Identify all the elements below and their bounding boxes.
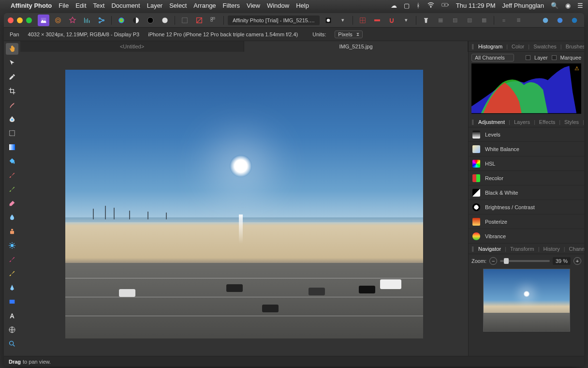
tool-blur[interactable] <box>6 212 18 223</box>
tool-inpainting[interactable] <box>6 254 18 265</box>
adjustment-hsl[interactable]: HSL <box>469 156 584 171</box>
dropdown-arrow-2-icon[interactable]: ▾ <box>400 15 412 26</box>
menu-help[interactable]: Help <box>296 2 309 9</box>
adjustment-levels[interactable]: Levels <box>469 127 584 142</box>
zoom-value[interactable]: 39 % <box>553 257 571 265</box>
window-close-button[interactable] <box>8 17 14 23</box>
menu-select[interactable]: Select <box>169 2 187 9</box>
tool-gradient[interactable] <box>6 141 18 153</box>
hue-wheel-icon[interactable] <box>145 15 156 26</box>
tool-text[interactable] <box>6 310 18 322</box>
tool-crop[interactable] <box>6 85 18 97</box>
quick-mask-icon[interactable] <box>193 15 205 26</box>
help-icon-toolbar[interactable] <box>569 15 580 26</box>
menu-document[interactable]: Document <box>111 2 140 9</box>
assistant-icon[interactable] <box>540 15 551 26</box>
menu-arrange[interactable]: Arrange <box>193 2 216 9</box>
snapping-icon[interactable] <box>386 15 397 26</box>
persona-develop-icon[interactable] <box>67 15 78 26</box>
tool-move[interactable] <box>6 57 18 69</box>
histogram-channel-select[interactable]: All Channels <box>471 54 514 61</box>
tool-erase[interactable] <box>6 198 18 209</box>
bluetooth-icon[interactable]: ᚼ <box>416 2 420 9</box>
tool-color-picker[interactable] <box>6 71 18 83</box>
align-left-icon[interactable]: ≡ <box>498 15 510 26</box>
document-tab-untitled[interactable]: <Untitled> <box>20 41 244 52</box>
tab-histogram[interactable]: Histogram <box>478 44 502 49</box>
menubar-clock[interactable]: Thu 11:29 PM <box>456 2 496 9</box>
tab-brushes[interactable]: Brushes <box>566 44 584 49</box>
histogram-marquee-checkbox[interactable] <box>552 55 557 60</box>
app-name[interactable]: Affinity Photo <box>11 2 52 9</box>
control-center-icon[interactable]: ☰ <box>577 2 583 9</box>
tab-transform[interactable]: Transform <box>510 246 534 252</box>
split-circle-icon[interactable] <box>130 15 142 26</box>
handle-icon[interactable]: ‖ <box>471 245 474 252</box>
tab-adjustment[interactable]: Adjustment <box>478 119 505 125</box>
adjustment-vibrance[interactable]: Vibrance <box>469 229 584 244</box>
arrange-back-icon[interactable]: ▦ <box>435 15 446 26</box>
canvas[interactable] <box>20 52 468 356</box>
menu-view[interactable]: View <box>247 2 260 9</box>
siri-icon[interactable]: ◉ <box>565 2 571 9</box>
tool-mesh-warp[interactable] <box>6 324 18 336</box>
tab-swatches[interactable]: Swatches <box>533 44 557 49</box>
align-center-icon[interactable]: ≣ <box>513 15 524 26</box>
trash-icon[interactable] <box>420 15 432 26</box>
tool-sponge[interactable] <box>6 268 18 279</box>
selection-tool-icon[interactable] <box>179 15 191 26</box>
refine-icon[interactable] <box>208 15 220 26</box>
adjustment-recolor[interactable]: Recolor <box>469 171 584 185</box>
account-icon[interactable] <box>554 15 566 26</box>
adjustment-brightness-contrast[interactable]: Brightness / Contrast <box>469 200 584 215</box>
arrange-backward-icon[interactable]: ▨ <box>449 15 461 26</box>
tab-styles[interactable]: Styles <box>564 119 579 125</box>
grid-toggle-icon[interactable] <box>357 15 368 26</box>
window-minimize-button[interactable] <box>17 17 23 23</box>
tab-layers[interactable]: Layers <box>514 119 530 125</box>
tab-channels[interactable]: Channels <box>569 246 584 252</box>
menubar-user[interactable]: Jeff Phungglan <box>502 2 544 9</box>
spotlight-icon[interactable]: 🔍 <box>551 2 559 9</box>
arrange-front-icon[interactable]: ▩ <box>478 15 490 26</box>
navigator-thumbnail[interactable] <box>483 269 570 332</box>
adjustment-posterize[interactable]: Posterize <box>469 215 584 229</box>
menu-edit[interactable]: Edit <box>75 2 86 9</box>
tool-view-hand[interactable] <box>6 43 18 55</box>
tool-marquee[interactable] <box>6 127 18 139</box>
tool-dodge-burn[interactable] <box>6 240 18 251</box>
menu-text[interactable]: Text <box>93 2 105 9</box>
tool-shape-rect[interactable] <box>6 296 18 307</box>
menu-window[interactable]: Window <box>267 2 289 9</box>
tab-history[interactable]: History <box>544 246 560 252</box>
color-chooser-icon[interactable] <box>116 15 127 26</box>
zoom-in-button[interactable]: + <box>573 257 581 265</box>
zoom-out-button[interactable]: − <box>489 257 497 265</box>
soft-circle-icon[interactable] <box>159 15 171 26</box>
adjustment-white-balance[interactable]: White Balance <box>469 142 584 156</box>
units-select[interactable]: Pixels <box>335 31 362 38</box>
persona-liquify-icon[interactable] <box>52 15 64 26</box>
airplay-icon[interactable]: ▢ <box>404 2 410 9</box>
adjustment-black-white[interactable]: Black & White <box>469 185 584 200</box>
ruler-toggle-icon[interactable] <box>371 15 383 26</box>
menu-file[interactable]: File <box>59 2 69 9</box>
tool-flood-select[interactable] <box>6 113 18 125</box>
tool-paint-mixer[interactable] <box>6 184 18 195</box>
tool-paint-brush[interactable] <box>6 169 18 181</box>
record-icon[interactable] <box>323 15 334 26</box>
zoom-slider[interactable] <box>500 260 550 262</box>
handle-icon[interactable]: ‖ <box>471 119 474 125</box>
persona-export-icon[interactable] <box>96 15 107 26</box>
wifi-icon[interactable] <box>427 1 435 10</box>
tool-flood-fill[interactable] <box>6 155 18 167</box>
persona-tone-icon[interactable] <box>81 15 93 26</box>
document-tab-img5215[interactable]: IMG_5215.jpg <box>244 41 468 52</box>
tab-effects[interactable]: Effects <box>539 119 555 125</box>
tool-zoom[interactable] <box>6 338 18 350</box>
arrange-forward-icon[interactable]: ▧ <box>464 15 475 26</box>
tool-clone[interactable] <box>6 226 18 237</box>
menu-layer[interactable]: Layer <box>147 2 163 9</box>
tool-selection-brush[interactable] <box>6 99 18 111</box>
window-zoom-button[interactable] <box>26 17 32 23</box>
